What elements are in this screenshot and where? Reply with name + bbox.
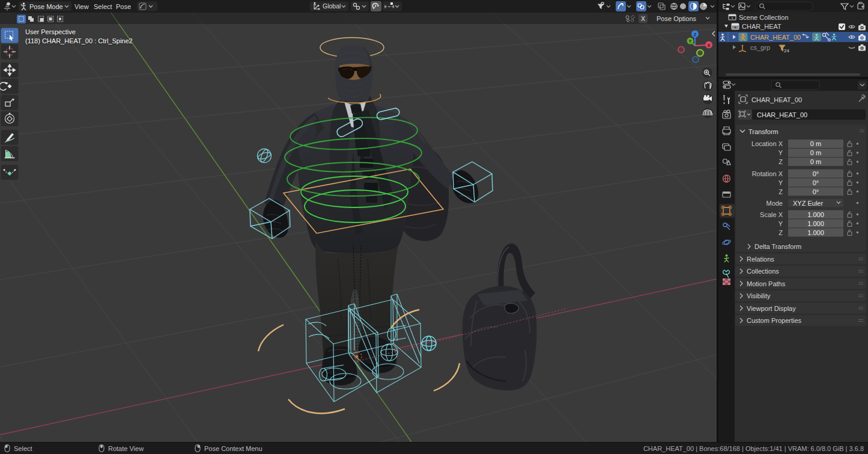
svg-text:Rotation X: Rotation X — [752, 170, 783, 177]
svg-text:0°: 0° — [813, 179, 819, 186]
svg-text:Scale X: Scale X — [760, 211, 783, 218]
svg-text:X: X — [641, 15, 645, 22]
svg-text:Z: Z — [778, 158, 783, 165]
svg-text:Global: Global — [323, 2, 341, 10]
svg-text:Y: Y — [688, 38, 692, 44]
svg-text:0 m: 0 m — [810, 149, 821, 156]
svg-text:24: 24 — [784, 48, 789, 54]
svg-text:X: X — [707, 43, 711, 48]
svg-text:Z: Z — [778, 188, 783, 195]
svg-text:Location X: Location X — [751, 140, 783, 147]
svg-text:CHAR_HEAT: CHAR_HEAT — [742, 23, 782, 30]
svg-text:1.000: 1.000 — [807, 211, 824, 218]
svg-text:Z: Z — [694, 32, 697, 37]
svg-text:Y: Y — [778, 220, 783, 227]
svg-text:Select: Select — [94, 3, 112, 10]
svg-text:Relations: Relations — [747, 256, 774, 263]
svg-text:CHAR_HEAT_00 | Bones:68/168 |: CHAR_HEAT_00 | Bones:68/168 | Objects:1/… — [643, 445, 864, 452]
svg-text:Custom Properties: Custom Properties — [747, 317, 802, 324]
svg-text:Viewport Display: Viewport Display — [747, 305, 796, 312]
svg-text:CHAR_HEAT_00: CHAR_HEAT_00 — [750, 34, 801, 41]
svg-text:0°: 0° — [813, 170, 819, 177]
svg-text:Y: Y — [778, 179, 783, 186]
svg-text:Collections: Collections — [747, 268, 779, 275]
svg-text:Select: Select — [14, 445, 32, 452]
svg-text:Mode: Mode — [766, 200, 783, 207]
svg-text:0°: 0° — [813, 188, 819, 195]
svg-text:cs_grp: cs_grp — [750, 44, 770, 51]
svg-text:View: View — [74, 3, 89, 10]
svg-text:Pose Options: Pose Options — [657, 15, 697, 22]
svg-text:Pose Mode: Pose Mode — [29, 3, 63, 10]
svg-text:XYZ Euler: XYZ Euler — [793, 200, 823, 207]
svg-text:Rotate View: Rotate View — [108, 445, 144, 452]
svg-text:1.000: 1.000 — [807, 229, 824, 236]
svg-text:0 m: 0 m — [810, 158, 821, 165]
svg-text:Visibility: Visibility — [747, 292, 771, 299]
svg-text:Z: Z — [778, 229, 783, 236]
svg-text:Pose Context Menu: Pose Context Menu — [204, 445, 263, 452]
svg-text:Pose: Pose — [116, 3, 131, 10]
svg-text:1.000: 1.000 — [807, 220, 824, 227]
svg-text:0 m: 0 m — [810, 140, 821, 147]
svg-text:Delta Transform: Delta Transform — [754, 243, 801, 250]
svg-text:Scene Collection: Scene Collection — [739, 14, 789, 21]
svg-text:Motion Paths: Motion Paths — [747, 280, 786, 287]
svg-text:Y: Y — [778, 149, 783, 156]
